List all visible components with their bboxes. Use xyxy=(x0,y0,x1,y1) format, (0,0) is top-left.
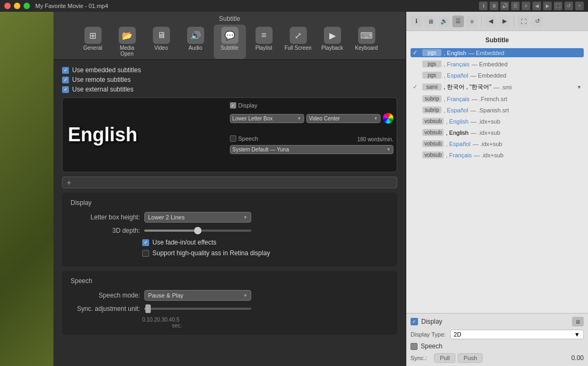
info-8: — .idx+sub xyxy=(473,141,502,147)
list2-icon[interactable]: ≡ xyxy=(522,2,530,10)
minimize-button[interactable] xyxy=(14,3,20,9)
fade-effects-row: Use fade-in/out effects xyxy=(71,239,389,246)
sync-unit-label: Sync. adjustment unit: xyxy=(71,305,140,312)
high-quality-checkbox[interactable] xyxy=(142,250,149,257)
sync-slider-track[interactable] xyxy=(144,308,251,310)
video-center-dropdown[interactable]: Video Center ▼ xyxy=(306,114,381,123)
toolbar-keyboard[interactable]: ⌨ Keyboard xyxy=(351,25,383,59)
subtitle-item-6[interactable]: vobsub , English — .idx+sub xyxy=(411,117,584,126)
display-right-checkbox[interactable] xyxy=(411,318,418,325)
check-3: ✓ xyxy=(413,83,420,90)
system-default-dropdown[interactable]: System Default — Yuna ▼ xyxy=(230,145,394,154)
display-icon[interactable]: 🖥 xyxy=(490,2,498,10)
toolbar-playlist[interactable]: ≡ Playlist xyxy=(248,25,280,59)
subtitle-item-3[interactable]: ✓ sami , 한국어 , "한국어" — .smi ▼ xyxy=(411,82,584,92)
sync-slider-thumb[interactable] xyxy=(145,304,151,313)
toolbar-general[interactable]: ⊞ General xyxy=(77,25,109,59)
forward-rt-icon[interactable]: ▶ xyxy=(499,16,510,27)
info-icon[interactable]: ℹ xyxy=(479,2,488,10)
format-6: vobsub xyxy=(422,118,444,125)
expand-rt-icon[interactable]: ⛶ xyxy=(517,16,529,27)
forward-icon[interactable]: ▶ xyxy=(543,2,552,10)
use-remote-checkbox[interactable] xyxy=(62,77,69,83)
subtitle-item-2[interactable]: pgs , Español — Embedded xyxy=(411,71,584,80)
fullscreen-icon[interactable]: ⛶ xyxy=(554,2,562,10)
depth-slider-track[interactable] xyxy=(144,230,251,232)
subtitle-item-7[interactable]: vobsub , English — .idx+sub xyxy=(411,128,584,137)
subtitle-item-4[interactable]: subrip , Français — .French.srt xyxy=(411,94,584,103)
right-panel: ℹ 🖥 🔊 ☰ ≡ ◀ ▶ ⛶ ↺ Subtitle ✓ pgs , Engli… xyxy=(406,12,588,366)
general-icon: ⊞ xyxy=(84,27,102,44)
letter-box-dropdown[interactable]: Lower 2 Lines ▼ xyxy=(144,212,251,223)
letter-box-label: Letter box height: xyxy=(71,214,140,221)
toolbar-audio[interactable]: 🔊 Audio xyxy=(180,25,212,59)
list2-rt-icon[interactable]: ≡ xyxy=(466,16,478,27)
speaker-icon[interactable]: 🔊 xyxy=(500,2,509,10)
main-window: Subtitle ⊞ General 📂 Media Open 🖥 Video … xyxy=(53,12,588,366)
color-wheel[interactable] xyxy=(383,113,393,124)
refresh-rt-icon[interactable]: ↺ xyxy=(531,16,543,27)
toolbar-fullscreen[interactable]: ⤢ Full Screen xyxy=(282,25,314,59)
push-button[interactable]: Push xyxy=(458,353,483,363)
depth-3d-label: 3D depth: xyxy=(71,227,140,234)
speaker-rt-icon[interactable]: 🔊 xyxy=(438,16,450,27)
left-panel: Subtitle ⊞ General 📂 Media Open 🖥 Video … xyxy=(53,12,406,366)
speech-right-label: Speech xyxy=(421,342,443,350)
close-button[interactable] xyxy=(4,3,11,9)
system-default-arrow: ▼ xyxy=(386,147,391,152)
display-rt-icon[interactable]: 🖥 xyxy=(424,16,436,27)
subtitle-item-0[interactable]: ✓ pgs , English — Embedded xyxy=(411,48,584,57)
video-center-arrow: ▼ xyxy=(374,116,378,121)
expand-arrow-3: ▼ xyxy=(577,85,582,90)
toolbar-media-open[interactable]: 📂 Media Open xyxy=(111,25,143,59)
toolbar-icons: ⊞ General 📂 Media Open 🖥 Video 🔊 Audio 💬 xyxy=(72,25,388,59)
refresh-icon[interactable]: ↺ xyxy=(564,2,573,10)
display-type-row: Display Type: 2D ▼ xyxy=(411,330,584,339)
fade-effects-checkbox[interactable] xyxy=(142,239,149,246)
use-embedded-checkbox[interactable] xyxy=(62,67,69,74)
toolbar-playback[interactable]: ▶ Playback xyxy=(316,25,349,59)
use-embedded-label: Use embedded subtitles xyxy=(72,66,141,74)
depth-slider-thumb[interactable] xyxy=(194,227,202,234)
display-checkbox-row: Display xyxy=(230,102,258,109)
subtitle-item-9[interactable]: vobsub , Français — .idx+sub xyxy=(411,150,584,159)
toolbar-title: Subtitle xyxy=(219,12,240,25)
subtitle-item-8[interactable]: vobsub , Español — .idx+sub xyxy=(411,139,584,148)
pull-button[interactable]: Pull xyxy=(434,353,455,363)
back-rt-icon[interactable]: ◀ xyxy=(485,16,497,27)
display-type-dropdown[interactable]: 2D ▼ xyxy=(450,330,584,339)
speech-right-row: Speech xyxy=(411,342,584,350)
title-bar-left: My Favorite Movie - 01.mp4 xyxy=(4,3,108,9)
speech-section: Speech Speech mode: Pause & Play ▼ Sync.… xyxy=(62,271,397,335)
toolbar-subtitle[interactable]: 💬 Subtitle xyxy=(214,25,246,59)
info-0: — Embedded xyxy=(468,50,504,56)
lang-4: , Français xyxy=(444,96,469,102)
subtitle-item-5[interactable]: subrip , Español — .Spanish.srt xyxy=(411,105,584,115)
video-icon: 🖥 xyxy=(153,27,170,44)
rt-separator2 xyxy=(514,16,514,27)
list-rt-icon[interactable]: ☰ xyxy=(452,16,464,27)
info-3: — .smi xyxy=(493,84,512,90)
back-icon[interactable]: ◀ xyxy=(532,2,541,10)
toolbar-video[interactable]: 🖥 Video xyxy=(145,25,177,59)
info-7: — .idx+sub xyxy=(470,129,500,136)
fade-effects-label: Use fade-in/out effects xyxy=(152,239,216,246)
info-rt-icon[interactable]: ℹ xyxy=(411,16,422,27)
speech-checkbox[interactable] xyxy=(230,135,236,142)
format-9: vobsub xyxy=(422,151,444,158)
system-default-row: System Default — Yuna ▼ xyxy=(230,145,394,154)
display-right-label: Display xyxy=(421,318,442,325)
info-2: — Embedded xyxy=(470,72,506,79)
use-external-checkbox[interactable] xyxy=(62,86,69,93)
subtitle-item-1[interactable]: pgs , Français — Embedded xyxy=(411,59,584,68)
speech-label: Speech xyxy=(238,135,258,142)
maximize-button[interactable] xyxy=(24,3,30,9)
display-section: Display Letter box height: Lower 2 Lines… xyxy=(62,193,397,266)
plus-icon[interactable]: + xyxy=(575,2,584,10)
add-subtitle-button[interactable]: + xyxy=(62,177,397,188)
list-icon[interactable]: ☰ xyxy=(511,2,520,10)
speech-mode-dropdown[interactable]: Pause & Play ▼ xyxy=(144,290,251,301)
speech-right-checkbox[interactable] xyxy=(411,343,417,350)
display-checkbox[interactable] xyxy=(230,102,236,109)
letterbox-dropdown[interactable]: Lower Letter Box ▼ xyxy=(230,114,304,123)
